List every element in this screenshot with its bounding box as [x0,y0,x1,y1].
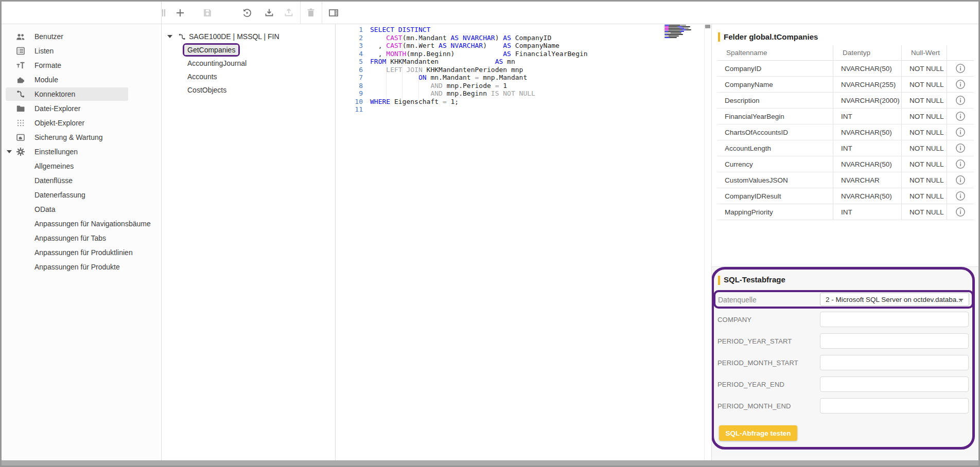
indent-guide [418,33,419,98]
param-label: PERIOD_YEAR_START [717,337,792,345]
param-label: PERIOD_MONTH_END [717,402,791,410]
table-row: FinancialYearBegin INT NOT NULL [717,109,974,124]
toolbar-separator [300,2,301,24]
gear-icon [15,147,26,157]
info-icon[interactable] [947,109,974,124]
table-row: CompanyName NVARCHAR(255) NOT NULL [717,77,974,93]
sidebar-item-module[interactable]: Module [2,73,160,87]
settings-subnav: AllgemeinesDatenflüsseDatenerfassungODat… [2,159,160,274]
info-icon[interactable] [947,204,974,220]
cell-null-wert: NOT NULL [901,124,947,140]
app-window: Benutzer Listen Formate Module Konnektor… [0,0,980,467]
download-button[interactable] [263,7,275,19]
delete-button[interactable] [305,7,317,19]
cell-spaltenname: FinancialYearBegin [717,109,833,124]
sidebar-item-formate[interactable]: Formate [2,58,160,73]
param-label: PERIOD_MONTH_START [717,359,798,367]
tree-editor-divider[interactable] [335,24,336,460]
module-icon [15,75,26,85]
param-input[interactable] [820,312,969,327]
fields-table-header: Spaltenname Datentyp Null-Wert [717,45,974,61]
sidebar-subitem[interactable]: Allgemeines [2,159,160,173]
datasource-dropdown[interactable]: 2 - Microsoft SQL Server on octdev.datab… [820,293,969,306]
cell-null-wert: NOT NULL [901,156,947,172]
info-icon[interactable] [947,77,974,92]
table-row: Description NVARCHAR(2000) NOT NULL [717,93,974,109]
connector-icon [178,32,186,41]
info-icon[interactable] [947,172,974,188]
param-label: COMPANY [717,316,751,324]
table-row: ChartsOfAccountsID NVARCHAR(50) NOT NULL [717,124,974,140]
sidebar-nav: Benutzer Listen Formate Module Konnektor… [2,25,160,460]
param-input[interactable] [820,333,969,349]
sql-test-button[interactable]: SQL-Abfrage testen [719,425,797,441]
sidebar-item-einstellungen[interactable]: Einstellungen [2,145,160,159]
cell-spaltenname: ChartsOfAccountsID [717,124,833,140]
folder-icon [15,103,26,114]
param-input[interactable] [820,398,969,414]
sql-editor[interactable]: 1234567891011 SELECT DISTINCT CAST(mn.Ma… [336,25,711,460]
grid-icon [15,118,26,128]
save-button[interactable] [201,7,214,19]
param-row: COMPANY [712,312,974,327]
backup-icon [15,132,26,142]
history-restore-button[interactable] [241,7,253,19]
col-null-wert: Null-Wert [901,45,947,60]
info-icon[interactable] [947,124,974,140]
editor-minimap[interactable] [664,25,694,39]
sidebar-subitem[interactable]: Anpassungen für Navigationsbäume [2,217,160,231]
cell-spaltenname: CompanyID [717,61,833,76]
param-label: PERIOD_YEAR_END [717,381,784,388]
toggle-right-panel-button[interactable] [327,7,340,19]
param-row: PERIOD_MONTH_END [712,398,974,414]
cell-datentyp: INT [833,109,901,124]
toolbar [2,2,978,24]
sidebar-item-datei-explorer[interactable]: Datei-Explorer [2,101,160,116]
info-icon[interactable] [947,140,974,156]
accent-bar [718,276,720,285]
info-icon[interactable] [947,61,974,76]
tree-item[interactable]: CostObjects [162,83,335,97]
annotation-ring: GetCompanies [183,43,240,57]
editor-scrollbar[interactable] [704,25,705,460]
indent-guide [386,33,387,98]
param-row: PERIOD_YEAR_START [712,333,974,349]
splitter-handle-icon[interactable] [157,7,170,19]
add-button[interactable] [174,7,186,19]
table-row: Currency NVARCHAR(50) NOT NULL [717,156,974,172]
tree-item[interactable]: GetCompanies [162,43,335,57]
sidebar-subitem[interactable]: OData [2,202,160,217]
editor-rightpanel-divider[interactable] [711,24,712,460]
sidebar-item-sicherung-wartung[interactable]: Sicherung & Wartung [2,130,160,145]
datasource-label: Datenquelle [718,296,757,304]
cell-datentyp: NVARCHAR(2000) [833,93,901,108]
sidebar-divider[interactable] [161,2,162,460]
info-icon[interactable] [947,93,974,108]
col-info [947,45,974,60]
sidebar-subitem[interactable]: Anpassungen für Produktlinien [2,245,160,260]
tree-item[interactable]: AccountingJournal [162,57,335,70]
sidebar-item-objekt-explorer[interactable]: Objekt-Explorer [2,116,160,130]
fields-card: Felder global.tCompanies Spaltenname Dat… [712,25,978,267]
editor-scrollbar-thumb[interactable] [705,25,710,28]
sidebar-subitem[interactable]: Datenerfassung [2,188,160,202]
col-spaltenname: Spaltenname [717,45,833,60]
param-input[interactable] [820,376,969,392]
sidebar-item-benutzer[interactable]: Benutzer [2,29,160,44]
sidebar-subitem[interactable]: Datenflüsse [2,173,160,188]
cell-datentyp: NVARCHAR(50) [833,188,901,204]
tree-item[interactable]: Accounts [162,70,335,83]
toolbar-separator [322,2,322,24]
info-icon[interactable] [947,188,974,204]
sidebar-item-listen[interactable]: Listen [2,44,160,58]
annotation-ring: AccountingJournal [183,57,251,70]
tree-root-sage100de[interactable]: SAGE100DE | MSSQL | FIN [162,30,335,43]
sidebar-item-konnektoren[interactable]: Konnektoren [2,87,160,101]
param-input[interactable] [820,355,969,370]
sidebar-subitem[interactable]: Anpassungen für Tabs [2,231,160,245]
info-icon[interactable] [947,156,974,172]
connector-tree: SAGE100DE | MSSQL | FIN GetCompanies Acc… [162,25,335,460]
upload-button[interactable] [283,7,295,19]
code-lines[interactable]: SELECT DISTINCT CAST(mn.Mandant AS NVARC… [370,26,588,114]
sidebar-subitem[interactable]: Anpassungen für Produkte [2,260,160,274]
